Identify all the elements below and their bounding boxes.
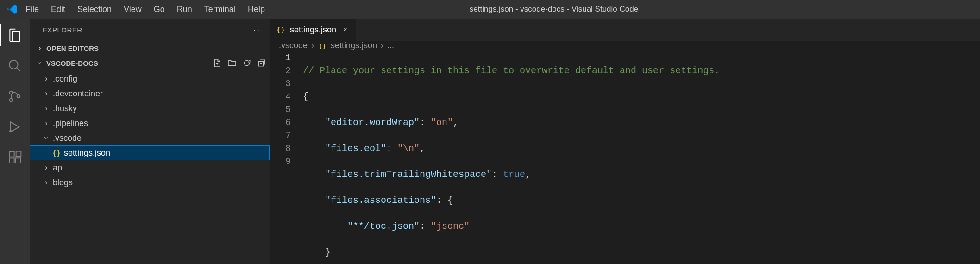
file-tree: ›.config ›.devcontainer ›.husky ›.pipeli… [30,70,270,191]
activity-run-debug-icon[interactable] [4,116,26,138]
code-lines[interactable]: // Place your settings in this file to o… [303,51,980,264]
menu-help[interactable]: Help [242,2,270,17]
open-editors-label: OPEN EDITORS [46,44,99,52]
menu-run[interactable]: Run [171,2,198,17]
workspace-section[interactable]: › VSCODE-DOCS [30,56,270,70]
new-file-icon[interactable] [213,59,221,67]
chevron-right-icon: › [43,163,50,172]
breadcrumb-trail[interactable]: ... [387,41,394,50]
chevron-right-icon: › [43,178,50,187]
chevron-right-icon: › [36,44,44,52]
json-file-icon: { } [276,26,285,33]
editor-area: { } settings.json × .vscode › { } settin… [270,19,980,264]
svg-rect-9 [16,151,21,157]
tree-folder[interactable]: ›.vscode [30,131,270,145]
window-title: settings.json - vscode-docs - Visual Stu… [270,5,837,14]
menu-file[interactable]: File [20,2,44,17]
chevron-right-icon: › [43,89,50,98]
activity-source-control-icon[interactable] [4,85,26,107]
vscode-logo-icon [4,4,20,15]
refresh-icon[interactable] [243,59,251,67]
chevron-right-icon: › [311,41,314,50]
workspace-label: VSCODE-DOCS [46,59,98,67]
svg-point-0 [9,60,18,69]
title-bar: File Edit Selection View Go Run Terminal… [0,0,980,19]
activity-search-icon[interactable] [4,55,26,77]
svg-rect-8 [15,158,20,163]
chevron-right-icon: › [43,119,50,127]
svg-line-1 [17,68,20,71]
chevron-right-icon: › [43,104,50,113]
chevron-right-icon: › [381,41,383,50]
menu-terminal[interactable]: Terminal [199,2,241,17]
explorer-title: EXPLORER [43,26,82,34]
svg-point-2 [10,91,13,94]
activity-explorer-icon[interactable] [4,24,26,46]
menu-selection[interactable]: Selection [72,2,117,17]
tree-folder[interactable]: ›.husky [30,101,270,116]
json-file-icon: { } [52,149,61,157]
tree-folder[interactable]: ›blogs [30,175,270,190]
tree-folder[interactable]: ›api [30,160,270,175]
tree-folder[interactable]: ›.devcontainer [30,86,270,101]
chevron-right-icon: › [43,75,50,83]
line-gutter: 1 2 3 4 5 6 7 8 9 [270,51,303,264]
svg-rect-7 [9,158,14,163]
explorer-sidebar: EXPLORER ··· › OPEN EDITORS › VSCODE-DOC… [30,19,270,264]
menu-bar: File Edit Selection View Go Run Terminal… [20,2,270,17]
svg-point-5 [9,130,12,132]
menu-edit[interactable]: Edit [45,2,71,17]
chevron-down-icon: › [36,59,44,67]
close-tab-icon[interactable]: × [341,25,350,35]
breadcrumb-file[interactable]: settings.json [331,41,377,50]
chevron-down-icon: › [42,134,50,142]
menu-go[interactable]: Go [148,2,170,17]
breadcrumb-folder[interactable]: .vscode [279,41,308,50]
tree-folder[interactable]: ›.pipelines [30,116,270,131]
open-editors-section[interactable]: › OPEN EDITORS [30,41,270,56]
json-file-icon: { } [318,43,327,49]
svg-point-4 [17,95,20,98]
editor-tab-active[interactable]: { } settings.json × [270,19,357,41]
workspace-actions [213,59,266,67]
code-editor[interactable]: 1 2 3 4 5 6 7 8 9 // Place your settings… [270,50,980,264]
activity-bar [0,19,30,264]
svg-point-3 [10,99,13,102]
new-folder-icon[interactable] [228,59,236,67]
svg-rect-6 [9,152,14,157]
menu-view[interactable]: View [118,2,147,17]
breadcrumb[interactable]: .vscode › { } settings.json › ... [270,41,980,50]
editor-tabs: { } settings.json × [270,19,980,41]
explorer-header: EXPLORER ··· [30,19,270,41]
explorer-more-icon[interactable]: ··· [250,25,260,35]
tree-folder[interactable]: ›.config [30,71,270,86]
activity-extensions-icon[interactable] [4,146,26,169]
collapse-all-icon[interactable] [258,59,266,67]
tab-label: settings.json [290,25,336,35]
tree-file-selected[interactable]: { }settings.json [30,145,270,160]
